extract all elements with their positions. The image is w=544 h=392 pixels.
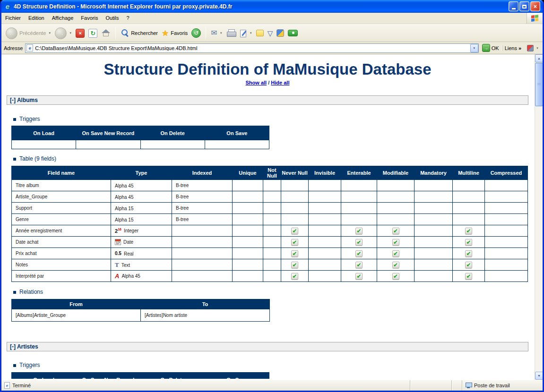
field-flag-cell xyxy=(341,191,377,203)
field-type-cell: 216Integer xyxy=(111,225,172,237)
forward-dropdown-icon[interactable]: ▼ xyxy=(69,32,72,34)
refresh-button[interactable]: ↻ xyxy=(87,28,99,39)
vertical-scrollbar[interactable]: ▲ ▼ xyxy=(535,54,543,380)
favorites-label: Favoris xyxy=(171,30,188,36)
field-row: Année enregistrement216Integer ✔✔✔✔ xyxy=(12,225,528,237)
field-flag-cell xyxy=(453,191,485,203)
close-button[interactable]: × xyxy=(530,1,540,11)
links-bar[interactable]: Liens » xyxy=(502,45,523,51)
search-button[interactable]: Rechercher xyxy=(119,28,159,38)
field-name-cell: Notes xyxy=(12,259,111,271)
field-flag-cell xyxy=(263,225,281,237)
menu-outils[interactable]: Outils xyxy=(102,13,122,24)
field-flag-cell xyxy=(377,191,414,203)
section-albums-header[interactable]: [-] Albums xyxy=(7,95,528,105)
field-flag-cell xyxy=(414,203,453,214)
field-flag-cell: ✔ xyxy=(341,271,377,282)
menu-affichage[interactable]: Affichage xyxy=(48,13,78,24)
print-button[interactable] xyxy=(225,28,237,38)
forward-button[interactable]: → ▼ xyxy=(53,26,73,40)
field-type-text: Date xyxy=(123,239,133,245)
column-header: On Save xyxy=(205,126,269,140)
discuss-button[interactable] xyxy=(255,29,265,37)
mail-button[interactable]: ✉ ▼ xyxy=(209,28,224,38)
hide-all-link[interactable]: Hide all xyxy=(271,80,289,85)
field-flag-cell: ✔ xyxy=(377,237,414,248)
field-type-text: Alpha 15 xyxy=(115,205,133,211)
field-flag-cell: ✔ xyxy=(377,271,414,282)
albums-fields-table: Field nameTypeIndexedUniqueNot NullNever… xyxy=(11,166,528,282)
mail-dropdown-icon[interactable]: ▼ xyxy=(220,32,223,34)
back-dropdown-icon[interactable]: ▼ xyxy=(48,32,51,34)
bullet-icon xyxy=(13,118,16,121)
check-icon: ✔ xyxy=(355,250,363,257)
page-doc-icon: e xyxy=(26,44,33,51)
scrollbar-thumb[interactable] xyxy=(535,63,543,106)
stop-button[interactable]: × xyxy=(74,28,86,39)
messenger-button[interactable] xyxy=(286,29,299,37)
addressbar: Adresse e C:\DataBases\MaMusique.4DB Str… xyxy=(1,42,543,54)
field-flag-cell xyxy=(485,180,528,191)
filter-button[interactable]: ▽ xyxy=(266,29,275,38)
restore-button[interactable] xyxy=(519,1,529,11)
links-chevron[interactable]: » xyxy=(518,45,521,51)
bullet-icon xyxy=(13,158,16,161)
field-flag-cell xyxy=(485,191,528,203)
field-flag-cell xyxy=(377,203,414,214)
favorites-button[interactable]: ★ Favoris xyxy=(160,28,189,38)
note-icon xyxy=(256,30,264,36)
field-flag-cell: ✔ xyxy=(281,271,309,282)
field-indexed-cell xyxy=(172,259,233,271)
column-header: On Load xyxy=(12,373,76,379)
field-flag-cell xyxy=(309,225,341,237)
home-button[interactable] xyxy=(100,28,112,38)
field-flag-cell xyxy=(263,214,281,225)
edit-button[interactable]: ▼ xyxy=(238,28,254,38)
messenger-icon xyxy=(288,30,298,36)
field-flag-cell xyxy=(281,214,309,225)
section-artistes-header[interactable]: [-] Artistes xyxy=(7,342,528,351)
menu-edition[interactable]: Edition xyxy=(25,13,48,24)
funnel-icon: ▽ xyxy=(268,30,273,37)
go-button[interactable]: → OK xyxy=(481,44,500,52)
field-flag-cell: ✔ xyxy=(453,248,485,259)
check-icon: ✔ xyxy=(291,228,298,234)
address-input[interactable]: e C:\DataBases\MaMusique.4DB Structure E… xyxy=(25,43,478,53)
scroll-down-button[interactable]: ▼ xyxy=(535,372,543,380)
field-flag-cell: ✔ xyxy=(453,271,485,282)
edit-dropdown-icon[interactable]: ▼ xyxy=(250,32,252,34)
field-flag-cell xyxy=(263,203,281,214)
relation-cell: [Artistes]Nom artiste xyxy=(141,309,270,322)
menu-aide[interactable]: ? xyxy=(123,13,133,24)
field-flag-cell xyxy=(485,214,528,225)
field-name-cell: Artiste_Groupe xyxy=(12,191,111,203)
history-button[interactable]: ↺ xyxy=(190,27,202,39)
field-type-cell: Alpha 45 xyxy=(111,191,172,203)
status-spacer-panel xyxy=(410,380,452,391)
check-icon: ✔ xyxy=(355,273,363,280)
search-label: Rechercher xyxy=(131,30,158,36)
extension-dropdown-icon[interactable]: ▼ xyxy=(536,47,539,50)
clipped-table-region: On LoadOn Save New RecordOn DeleteOn Sav… xyxy=(7,372,528,379)
menu-fichier[interactable]: Fichier xyxy=(1,13,25,24)
address-dropdown-button[interactable]: ▼ xyxy=(470,44,478,52)
page-title: Structure Definition of MaMusique Databa… xyxy=(7,60,528,78)
menu-favoris[interactable]: Favoris xyxy=(77,13,102,24)
back-button[interactable]: ← Précédente ▼ xyxy=(4,26,52,40)
research-button[interactable] xyxy=(275,28,285,38)
show-all-link[interactable]: Show all xyxy=(246,80,267,85)
titlebar[interactable]: e 4D Structure Definition - Microsoft In… xyxy=(1,0,543,13)
field-flag-cell xyxy=(309,248,341,259)
addressbar-extension-button[interactable]: ▼ xyxy=(526,44,540,52)
field-type-cell: 17Date xyxy=(111,237,172,248)
address-value[interactable]: C:\DataBases\MaMusique.4DB Structure Exp… xyxy=(35,45,470,51)
minimize-button[interactable] xyxy=(509,1,518,11)
field-flag-cell xyxy=(414,259,453,271)
field-flag-cell xyxy=(453,180,485,191)
field-type-cell: 0.5Real xyxy=(111,248,172,259)
field-flag-cell xyxy=(309,259,341,271)
column-header: On Load xyxy=(12,126,76,140)
restore-icon xyxy=(522,5,527,9)
field-flag-cell xyxy=(377,214,414,225)
scroll-up-button[interactable]: ▲ xyxy=(535,54,543,62)
